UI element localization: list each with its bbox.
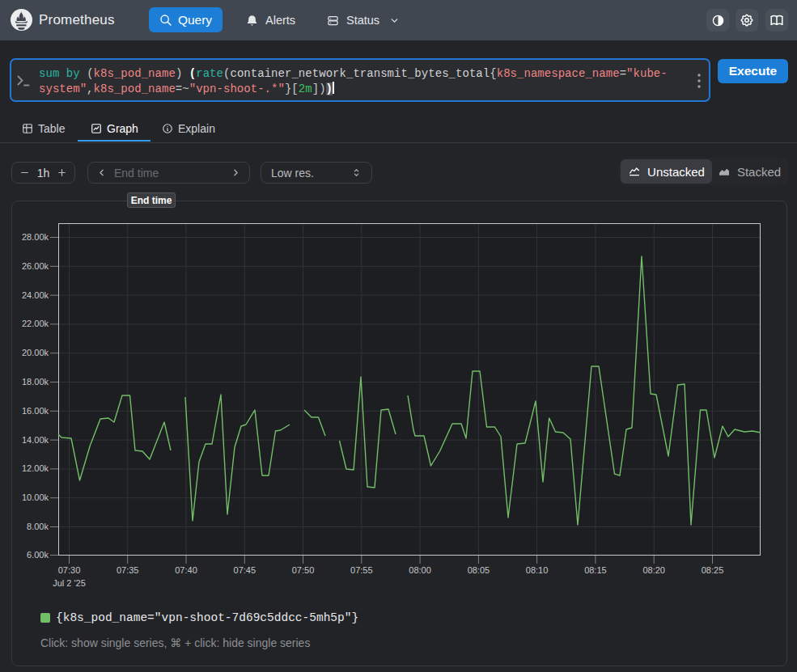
svg-text:08:10: 08:10 [526,565,549,575]
svg-text:14.00k: 14.00k [22,435,49,445]
svg-text:08:00: 08:00 [409,565,431,575]
svg-text:12.00k: 12.00k [22,463,49,473]
svg-text:20.00k: 20.00k [22,348,49,357]
svg-text:07:35: 07:35 [117,565,139,575]
svg-text:10.00k: 10.00k [22,492,49,502]
svg-text:28.00k: 28.00k [22,232,49,242]
svg-text:16.00k: 16.00k [22,406,49,416]
svg-text:22.00k: 22.00k [22,319,49,328]
svg-text:07:45: 07:45 [234,565,256,575]
svg-text:08:05: 08:05 [468,565,490,575]
svg-text:08:20: 08:20 [642,565,665,575]
svg-text:08:25: 08:25 [702,565,724,575]
svg-text:07:30: 07:30 [58,565,81,575]
svg-text:26.00k: 26.00k [22,261,49,271]
svg-text:07:50: 07:50 [292,565,315,575]
svg-text:6.00k: 6.00k [27,550,49,560]
svg-text:18.00k: 18.00k [22,377,49,387]
svg-text:24.00k: 24.00k [22,290,49,300]
svg-text:Jul 2 '25: Jul 2 '25 [53,578,86,588]
svg-text:8.00k: 8.00k [27,522,49,531]
svg-text:07:40: 07:40 [175,565,197,575]
svg-text:08:15: 08:15 [584,565,607,575]
svg-text:07:55: 07:55 [350,565,373,575]
